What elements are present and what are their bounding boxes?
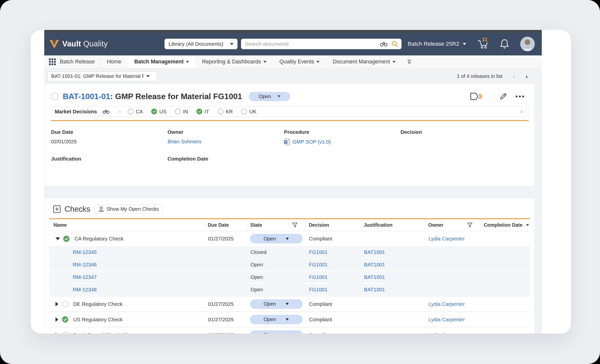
chevron-down-icon (286, 303, 289, 305)
state-dropdown[interactable]: Open (250, 315, 302, 324)
owner-link[interactable]: Lydia Carpenter (428, 301, 484, 307)
cart-count-badge: 11 (481, 36, 488, 42)
filter-icon[interactable] (467, 222, 472, 228)
nav-item-batch-management[interactable]: Batch Management (128, 55, 196, 68)
expand-section-icon[interactable] (53, 205, 61, 213)
page-canvas: Vault Quality Library (All Documents) (0, 0, 600, 364)
col-header-owner[interactable]: Owner (424, 219, 484, 231)
check-subrow: RM-12346 Open FG1001 BAT1001 (49, 259, 530, 271)
pager-prev-icon[interactable]: ‹ (513, 73, 515, 80)
workspace-selector[interactable]: Batch Release 25R2 (408, 41, 466, 47)
material-link[interactable]: FG1001 (308, 274, 364, 280)
batch-link[interactable]: BAT1001 (364, 249, 428, 255)
app-grid-icon[interactable] (49, 58, 56, 65)
nav-item-home[interactable]: Home (100, 55, 128, 68)
page-title: BAT-1001-01: GMP Release for Material FG… (63, 92, 242, 101)
search-icon[interactable] (392, 41, 398, 47)
notifications-bell-icon[interactable] (500, 39, 509, 49)
batch-link[interactable]: BAT1001 (364, 287, 428, 293)
sort-caret-icon (526, 224, 529, 226)
record-link[interactable]: RM-12345 (49, 249, 208, 255)
market-item-us[interactable]: US (151, 109, 166, 115)
search-bar[interactable] (241, 39, 402, 49)
record-status-circle[interactable] (51, 93, 58, 100)
edit-pencil-icon[interactable] (499, 92, 508, 101)
market-item-ca[interactable]: CA (128, 109, 143, 115)
search-input[interactable] (245, 41, 376, 47)
checks-section-title: Checks (64, 205, 90, 214)
user-avatar[interactable] (520, 37, 535, 51)
check-complete-icon (63, 236, 70, 242)
state-dropdown[interactable]: Open (250, 299, 302, 309)
check-subrow: RM-12345 Closed FG1001 BAT1001 (49, 246, 530, 259)
owner-link[interactable]: Lydia Carpenter (428, 236, 484, 242)
nav-item-document-management[interactable]: Document Management (326, 55, 402, 68)
show-my-open-checks-button[interactable]: Show My Open Checks (94, 204, 163, 214)
check-row-ca-regulatory[interactable]: CA Regulatory Check 01/27/2025 Open Comp… (49, 231, 530, 246)
check-incomplete-icon (62, 332, 68, 334)
owner-link[interactable]: Lydia Carpenter (428, 332, 484, 334)
lifecycle-state-pill[interactable]: Open (249, 92, 290, 101)
filter-icon[interactable] (292, 222, 298, 228)
check-circle-icon (196, 109, 202, 114)
app-window: Vault Quality Library (All Documents) (31, 30, 571, 334)
nav-item-quality-events[interactable]: Quality Events (273, 55, 326, 68)
field-owner: Owner Brian Sohmers (168, 129, 284, 145)
market-item-it[interactable]: IT (196, 109, 209, 115)
brand-text: Vault Quality (62, 39, 108, 48)
check-subrow: RM-12347 Open FG1001 BAT1001 (49, 271, 530, 284)
field-due-date: Due Date 02/01/2025 (51, 129, 168, 145)
check-row-batch-record[interactable]: Batch Record Check (4) 01/27/2025 Open C… (49, 327, 530, 334)
collapse-caret-icon[interactable] (56, 237, 60, 240)
nav-item-reporting[interactable]: Reporting & Dashboards (196, 55, 273, 68)
material-link[interactable]: FG1001 (308, 249, 364, 255)
owner-link[interactable]: Brian Sohmers (168, 138, 284, 145)
field-decision: Decision (400, 129, 517, 145)
record-link[interactable]: RM-12346 (49, 262, 208, 268)
record-select[interactable]: BAT-1001-01: GMP Release for Material FG… (48, 71, 157, 81)
field-justification: Justification (51, 156, 168, 172)
col-header-completion-date[interactable]: Completion Date (480, 219, 530, 231)
workflow-icon[interactable] (470, 92, 483, 101)
expand-caret-icon[interactable] (56, 317, 58, 322)
material-link[interactable]: FG1001 (308, 262, 364, 268)
cart-button[interactable]: 11 (477, 39, 489, 49)
library-scope-select[interactable]: Library (All Documents) (164, 39, 238, 49)
expand-caret-icon[interactable] (56, 333, 58, 334)
nav-overflow-chevrons-icon[interactable] (402, 55, 416, 68)
record-link[interactable]: RM-12347 (49, 274, 208, 280)
col-header-state[interactable]: State (246, 219, 308, 231)
vault-logo: Vault Quality (49, 32, 108, 55)
state-dropdown[interactable]: Open (250, 234, 302, 243)
check-row-de-regulatory[interactable]: DE Regulatory Check 01/27/2025 Open Comp… (49, 296, 530, 312)
pager-next-icon[interactable]: › (526, 73, 528, 80)
market-item-kr[interactable]: KR (218, 109, 233, 115)
col-header-name[interactable]: Name (49, 219, 208, 231)
market-scroll-left-icon[interactable]: ‹ (119, 108, 121, 115)
material-link[interactable]: FG1001 (308, 287, 364, 293)
record-id-link[interactable]: BAT-1001-01 (63, 92, 110, 101)
col-header-decision[interactable]: Decision (305, 219, 364, 231)
owner-link[interactable]: Lydia Carpenter (428, 317, 484, 323)
market-item-uk[interactable]: UK (241, 109, 256, 115)
chevron-down-icon (463, 43, 466, 45)
market-scroll-right-icon[interactable]: › (520, 108, 522, 115)
record-select-label: BAT-1001-01: GMP Release for Material FG… (51, 73, 144, 79)
batch-link[interactable]: BAT1001 (364, 274, 428, 280)
expand-caret-icon[interactable] (56, 302, 58, 306)
binoculars-icon[interactable] (380, 41, 388, 47)
col-header-justification[interactable]: Justification (360, 219, 428, 231)
check-row-us-regulatory[interactable]: US Regulatory Check 01/27/2025 Open Comp… (49, 312, 530, 327)
col-header-due-date[interactable]: Due Date (204, 219, 250, 231)
batch-link[interactable]: BAT1001 (364, 262, 428, 268)
state-dropdown[interactable]: Open (250, 330, 302, 334)
nav-app-label[interactable]: Batch Release (60, 59, 95, 65)
chevron-down-icon (186, 61, 189, 63)
binoculars-icon[interactable] (102, 109, 110, 114)
procedure-link[interactable]: W GMP SOP (v1.0) (284, 138, 400, 145)
market-item-in[interactable]: IN (175, 109, 188, 115)
record-link[interactable]: RM-12348 (49, 287, 208, 293)
more-actions-icon[interactable]: ••• (516, 95, 525, 98)
word-document-icon: W (284, 138, 290, 145)
chevron-down-icon (286, 238, 289, 240)
